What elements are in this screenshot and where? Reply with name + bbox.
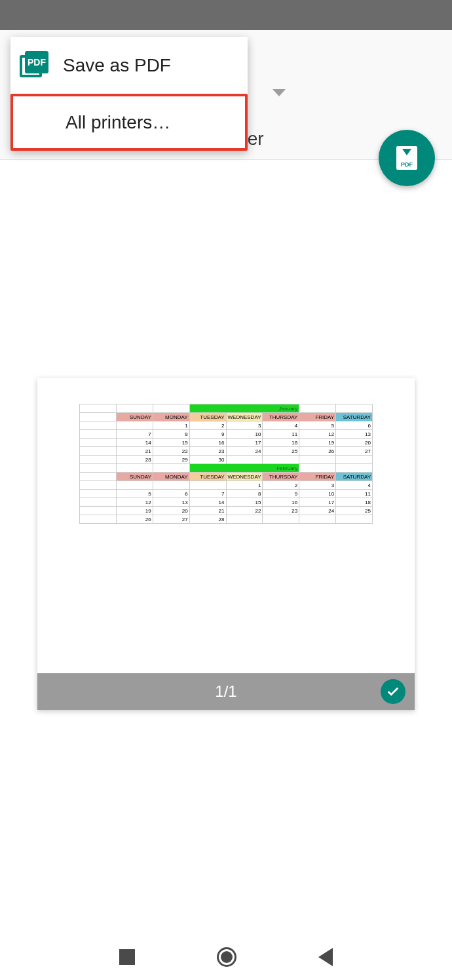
menu-item-label: Save as PDF bbox=[63, 55, 171, 76]
page-footer: 1/1 bbox=[37, 673, 415, 710]
preview-page[interactable]: JanuarySUNDAYMONDAYTUESDAYWEDNESDAYTHURS… bbox=[37, 378, 415, 710]
calendar-content: JanuarySUNDAYMONDAYTUESDAYWEDNESDAYTHURS… bbox=[79, 404, 373, 524]
chevron-down-icon[interactable] bbox=[273, 89, 286, 96]
system-navbar bbox=[0, 934, 452, 980]
home-button[interactable] bbox=[217, 947, 236, 967]
print-preview-area[interactable]: JanuarySUNDAYMONDAYTUESDAYWEDNESDAYTHURS… bbox=[0, 160, 452, 934]
pdf-icon: PDF bbox=[20, 51, 48, 80]
menu-item-all-printers[interactable]: All printers… bbox=[10, 94, 248, 151]
page-indicator: 1/1 bbox=[215, 682, 236, 701]
back-button[interactable] bbox=[318, 948, 333, 966]
page-selected-check-icon[interactable] bbox=[381, 679, 405, 704]
download-pdf-icon bbox=[396, 146, 417, 170]
menu-item-label: All printers… bbox=[66, 112, 170, 133]
menu-item-save-as-pdf[interactable]: PDF Save as PDF bbox=[10, 37, 248, 94]
printer-dropdown-menu: PDF Save as PDF All printers… bbox=[10, 37, 248, 151]
status-bar bbox=[0, 0, 452, 30]
recent-apps-button[interactable] bbox=[119, 949, 135, 965]
save-pdf-fab[interactable] bbox=[379, 130, 435, 186]
